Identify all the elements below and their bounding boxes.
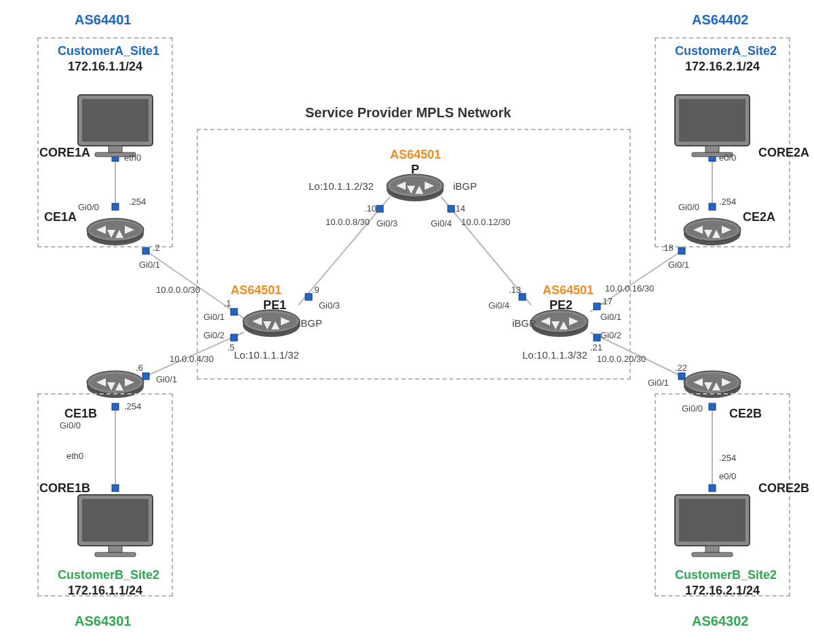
- h-ce1a-254: .254: [129, 197, 146, 207]
- lbl-ce1b: CE1B: [64, 407, 97, 421]
- cust-a2-name: CustomerA_Site2: [675, 44, 777, 58]
- lo-pe2: Lo:10.1.1.3/32: [522, 349, 587, 361]
- if-ce1b-gi00: Gi0/0: [60, 420, 81, 430]
- if-core2b-e00: e0/0: [719, 471, 736, 481]
- sn-pe2-ce2b: 10.0.0.20/30: [597, 354, 646, 364]
- if-ce2b-gi00: Gi0/0: [682, 403, 703, 414]
- cust-b2-ip: 172.16.2.1/24: [685, 584, 760, 598]
- ibgp-pe1: iBGP: [298, 317, 322, 329]
- ibgp-pe2: iBGP: [512, 317, 536, 329]
- if-core2a-e00: e0/0: [719, 153, 736, 163]
- cust-a2-ip: 172.16.2.1/24: [685, 60, 760, 74]
- h-ce2a-254: .254: [719, 197, 736, 207]
- if-p-gi03: Gi0/3: [376, 218, 398, 228]
- lbl-pe1: PE1: [263, 298, 286, 313]
- as-tr: AS64402: [692, 12, 748, 28]
- as-bl: AS64301: [75, 613, 131, 629]
- if-ce1a-gi01: Gi0/1: [139, 260, 160, 270]
- as-br: AS64302: [692, 613, 748, 629]
- h-pe2-21: .21: [590, 342, 602, 353]
- sp-title: Service Provider MPLS Network: [305, 105, 511, 121]
- lbl-ce2b: CE2B: [729, 407, 762, 421]
- cust-a1-ip: 172.16.1.1/24: [68, 60, 142, 74]
- if-pe2-gi04: Gi0/4: [488, 300, 509, 310]
- h-p-14: .14: [453, 203, 465, 214]
- if-core1b-eth0: eth0: [66, 451, 83, 461]
- lbl-core1b: CORE1B: [39, 481, 90, 496]
- h-pe1-5: .5: [227, 342, 235, 353]
- if-pe2-gi02: Gi0/2: [600, 330, 621, 340]
- lo-pe1: Lo:10.1.1.1/32: [234, 349, 299, 361]
- h-ce2a-18: .18: [661, 243, 674, 253]
- if-pe1-gi03: Gi0/3: [319, 300, 340, 310]
- if-core1a-eth0: eth0: [124, 153, 141, 163]
- sn-ce1a-pe1: 10.0.0.0/30: [156, 285, 200, 295]
- h-pe1-1: .1: [224, 298, 231, 308]
- h-p-10: .10: [364, 203, 376, 214]
- h-ce2b-254: .254: [719, 453, 736, 463]
- h-ce2b-22: .22: [675, 363, 687, 373]
- if-ce2a-gi01: Gi0/1: [668, 260, 689, 270]
- if-p-gi04: Gi0/4: [431, 218, 452, 228]
- h-ce1b-6: .6: [136, 363, 143, 373]
- if-ce1b-gi01: Gi0/1: [156, 374, 177, 384]
- lbl-ce2a: CE2A: [743, 210, 775, 224]
- lbl-core2a: CORE2A: [758, 146, 809, 160]
- h-pe1-9: .9: [312, 285, 319, 295]
- lbl-ce1a: CE1A: [44, 210, 77, 224]
- lbl-core1a: CORE1A: [39, 146, 90, 160]
- h-ce1a-2: .2: [153, 243, 160, 253]
- as-p: AS64501: [390, 148, 441, 162]
- cust-b1-ip: 172.16.1.1/24: [68, 584, 142, 598]
- lbl-p: P: [411, 163, 419, 177]
- h-ce1b-254: .254: [124, 401, 141, 411]
- cust-b1-name: CustomerB_Site2: [58, 568, 159, 582]
- lbl-pe2: PE2: [549, 298, 573, 313]
- as-pe1: AS64501: [231, 283, 282, 298]
- diagram-canvas: AS64401 AS64402 AS64301 AS64302 Service …: [0, 0, 814, 644]
- cust-b2-name: CustomerB_Site2: [675, 568, 777, 582]
- h-pe2-13: .13: [509, 285, 521, 295]
- ibgp-p: iBGP: [453, 180, 477, 192]
- as-pe2: AS64501: [543, 283, 594, 298]
- if-pe2-gi01: Gi0/1: [600, 312, 621, 322]
- sn-ce1b-pe1: 10.0.0.4/30: [170, 354, 214, 364]
- lbl-core2b: CORE2B: [758, 481, 809, 496]
- if-ce2a-gi00: Gi0/0: [678, 202, 699, 212]
- if-pe1-gi02: Gi0/2: [204, 330, 225, 340]
- if-ce2b-gi01: Gi0/1: [648, 378, 669, 388]
- if-pe1-gi01: Gi0/1: [204, 312, 225, 322]
- cust-a1-name: CustomerA_Site1: [58, 44, 159, 58]
- if-ce1a-gi00: Gi0/0: [78, 202, 99, 212]
- as-tl: AS64401: [75, 12, 131, 28]
- sn-pe2-ce2a: 10.0.0.16/30: [605, 283, 654, 294]
- sn-pe1-p: 10.0.0.8/30: [326, 217, 370, 227]
- lo-p: Lo:10.1.1.2/32: [309, 180, 374, 192]
- h-pe2-17: .17: [600, 296, 613, 306]
- sn-p-pe2: 10.0.0.12/30: [461, 217, 510, 227]
